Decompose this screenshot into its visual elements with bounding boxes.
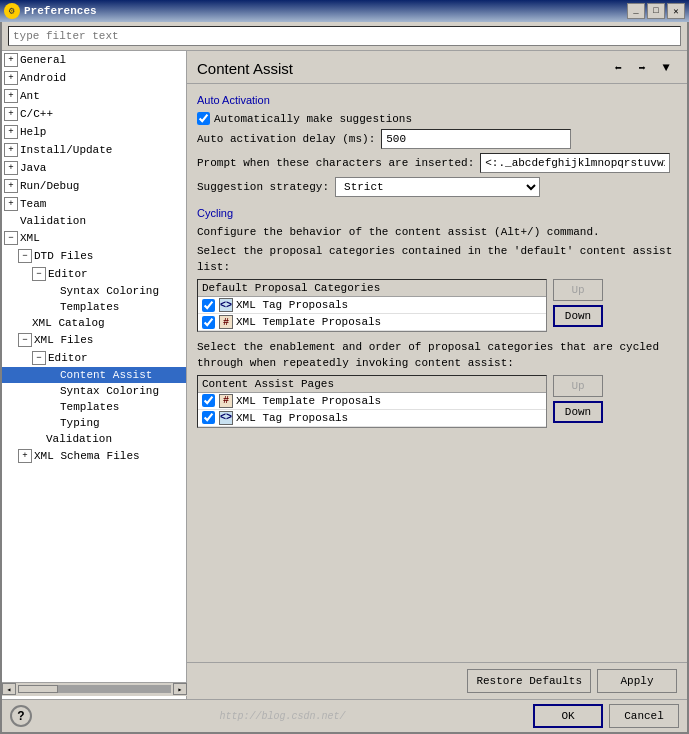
proposal-tag-label: XML Tag Proposals	[236, 299, 348, 311]
tree-item-rundebug[interactable]: + Run/Debug	[2, 177, 186, 195]
expand-xml[interactable]: −	[4, 231, 18, 245]
proposal-tag-checkbox[interactable]	[202, 299, 215, 312]
assist-tag-label: XML Tag Proposals	[236, 412, 348, 424]
select-proposal-text: Select the proposal categories contained…	[197, 244, 677, 275]
tree-item-help[interactable]: + Help	[2, 123, 186, 141]
right-panel: Content Assist ⬅ ➡ ▼ Auto Activation Aut…	[187, 51, 687, 699]
title-bar: ⚙ Preferences _ □ ✕	[0, 0, 689, 22]
proposal-row-tag: <> XML Tag Proposals	[198, 297, 546, 314]
cycling-section: Cycling Configure the behavior of the co…	[197, 207, 677, 428]
expand-xmlfiles[interactable]: −	[18, 333, 32, 347]
strategy-select[interactable]: Strict Lax	[335, 177, 540, 197]
delay-row: Auto activation delay (ms):	[197, 129, 677, 149]
forward-button[interactable]: ➡	[631, 57, 653, 79]
assist-pages-table: Content Assist Pages # XML Template Prop…	[197, 375, 547, 428]
tree-item-xml-validation[interactable]: Validation	[2, 431, 186, 447]
tree-item-xml-templates[interactable]: Templates	[2, 399, 186, 415]
expand-android[interactable]: +	[4, 71, 18, 85]
scroll-thumb[interactable]	[18, 685, 58, 693]
delay-label: Auto activation delay (ms):	[197, 133, 375, 145]
prompt-input[interactable]	[480, 153, 670, 173]
window-title: Preferences	[24, 5, 97, 17]
scroll-track	[18, 685, 171, 693]
maximize-button[interactable]: □	[647, 3, 665, 19]
tree-item-dtd-editor[interactable]: − Editor	[2, 265, 186, 283]
prompt-row: Prompt when these characters are inserte…	[197, 153, 677, 173]
tree-panel: + General + Android + Ant	[2, 51, 187, 699]
tree-item-dtdfiles[interactable]: − DTD Files	[2, 247, 186, 265]
tree-item-xmlschema[interactable]: + XML Schema Files	[2, 447, 186, 465]
expand-team[interactable]: +	[4, 197, 18, 211]
proposal-template-checkbox[interactable]	[202, 316, 215, 329]
tree-item-xml-editor[interactable]: − Editor	[2, 349, 186, 367]
cycling-description: Configure the behavior of the content as…	[197, 225, 677, 240]
auto-activation-header: Auto Activation	[197, 94, 677, 106]
panel-header: Content Assist ⬅ ➡ ▼	[187, 51, 687, 84]
assist-pages-buttons: Up Down	[553, 375, 603, 423]
content-area: + General + Android + Ant	[2, 51, 687, 699]
assist-tag-icon: <>	[219, 411, 233, 425]
expand-java[interactable]: +	[4, 161, 18, 175]
auto-activation-section: Auto Activation Automatically make sugge…	[197, 94, 677, 197]
tree-item-java[interactable]: + Java	[2, 159, 186, 177]
tree-item-cpp[interactable]: + C/C++	[2, 105, 186, 123]
expand-ant[interactable]: +	[4, 89, 18, 103]
default-proposals-table: Default Proposal Categories <> XML Tag P…	[197, 279, 547, 332]
assist-down-button[interactable]: Down	[553, 401, 603, 423]
expand-help[interactable]: +	[4, 125, 18, 139]
assist-template-label: XML Template Proposals	[236, 395, 381, 407]
tree-item-validation[interactable]: Validation	[2, 213, 186, 229]
restore-defaults-button[interactable]: Restore Defaults	[467, 669, 591, 693]
minimize-button[interactable]: _	[627, 3, 645, 19]
tree-item-general[interactable]: + General	[2, 51, 186, 69]
expand-xmlschema[interactable]: +	[18, 449, 32, 463]
expand-xml-editor[interactable]: −	[32, 351, 46, 365]
expand-dtd-editor[interactable]: −	[32, 267, 46, 281]
ok-button[interactable]: OK	[533, 704, 603, 728]
tree-item-content-assist[interactable]: Content Assist	[2, 367, 186, 383]
tree-scrollbar: ◂ ▸	[2, 682, 187, 696]
preferences-dialog: + General + Android + Ant	[0, 22, 689, 734]
tree-item-dtd-templates[interactable]: Templates	[2, 299, 186, 315]
tree-item-dtd-syntax[interactable]: Syntax Coloring	[2, 283, 186, 299]
tree-item-xmlcatalog[interactable]: XML Catalog	[2, 315, 186, 331]
header-icons: ⬅ ➡ ▼	[607, 57, 677, 79]
cycling-order-text: Select the enablement and order of propo…	[197, 340, 677, 371]
tree-item-xmlfiles[interactable]: − XML Files	[2, 331, 186, 349]
assist-pages-header: Content Assist Pages	[198, 376, 546, 393]
filter-input[interactable]	[8, 26, 681, 46]
assist-tag-checkbox[interactable]	[202, 411, 215, 424]
default-up-button[interactable]: Up	[553, 279, 603, 301]
expand-install[interactable]: +	[4, 143, 18, 157]
dropdown-arrow[interactable]: ▼	[655, 57, 677, 79]
apply-button[interactable]: Apply	[597, 669, 677, 693]
back-button[interactable]: ⬅	[607, 57, 629, 79]
footer-area: ? http://blog.csdn.net/ OK Cancel	[2, 699, 687, 732]
tree-item-install[interactable]: + Install/Update	[2, 141, 186, 159]
scroll-left-arrow[interactable]: ◂	[2, 683, 16, 695]
cancel-button[interactable]: Cancel	[609, 704, 679, 728]
help-button[interactable]: ?	[10, 705, 32, 727]
expand-dtdfiles[interactable]: −	[18, 249, 32, 263]
tree-item-android[interactable]: + Android	[2, 69, 186, 87]
tree-item-xml-syntax[interactable]: Syntax Coloring	[2, 383, 186, 399]
expand-cpp[interactable]: +	[4, 107, 18, 121]
tree-item-ant[interactable]: + Ant	[2, 87, 186, 105]
scroll-right-arrow[interactable]: ▸	[173, 683, 187, 695]
delay-input[interactable]	[381, 129, 571, 149]
assist-row-tag: <> XML Tag Proposals	[198, 410, 546, 427]
tree-item-typing[interactable]: Typing	[2, 415, 186, 431]
expand-rundebug[interactable]: +	[4, 179, 18, 193]
tree-item-team[interactable]: + Team	[2, 195, 186, 213]
default-down-button[interactable]: Down	[553, 305, 603, 327]
strategy-label: Suggestion strategy:	[197, 181, 329, 193]
expand-general[interactable]: +	[4, 53, 18, 67]
auto-suggest-checkbox[interactable]	[197, 112, 210, 125]
assist-template-checkbox[interactable]	[202, 394, 215, 407]
close-button[interactable]: ✕	[667, 3, 685, 19]
assist-row-template: # XML Template Proposals	[198, 393, 546, 410]
strategy-row: Suggestion strategy: Strict Lax	[197, 177, 677, 197]
assist-up-button[interactable]: Up	[553, 375, 603, 397]
tree-item-xml[interactable]: − XML	[2, 229, 186, 247]
app-icon: ⚙	[4, 3, 20, 19]
